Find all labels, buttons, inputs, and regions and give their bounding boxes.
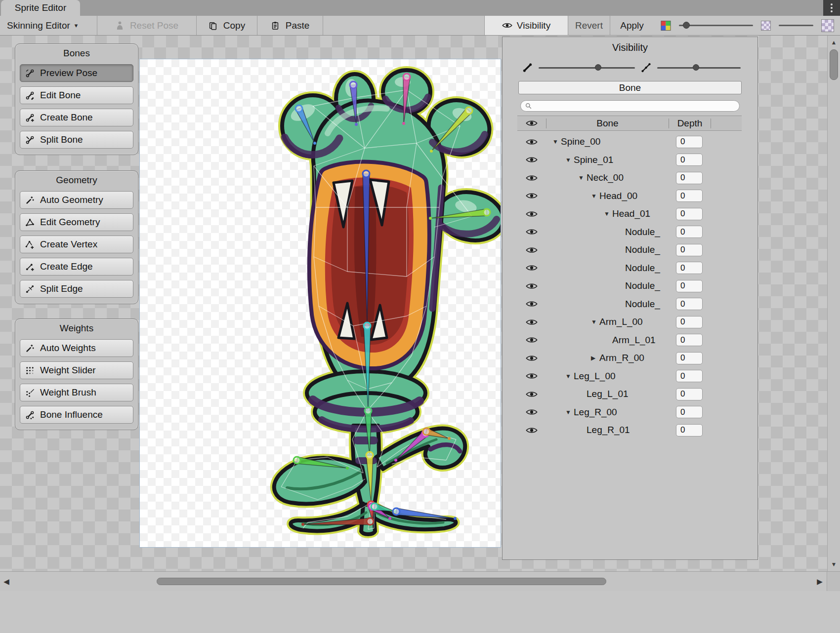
visibility-eye-toggle[interactable] [517, 336, 546, 344]
copy-button[interactable]: Copy [197, 16, 257, 35]
bone-row[interactable]: ▼Spine_01 [517, 151, 742, 169]
visibility-eye-toggle[interactable] [517, 156, 546, 163]
checker-swatch-icon[interactable] [821, 19, 834, 32]
weight-brush-button[interactable]: Weight Brush [20, 384, 133, 401]
visibility-eye-toggle[interactable] [517, 282, 546, 290]
bone-opacity-slider[interactable] [539, 67, 635, 69]
bone-row[interactable]: Nodule_ [517, 277, 742, 295]
sprite-canvas[interactable] [140, 59, 501, 547]
search-input[interactable] [539, 102, 735, 111]
preview-pose-button[interactable]: Preview Pose [20, 64, 133, 82]
weight-slider-button[interactable]: Weight Slider [20, 361, 133, 379]
bone-row[interactable]: ▼Head_01 [517, 205, 742, 223]
depth-input[interactable] [676, 388, 703, 400]
visibility-eye-toggle[interactable] [517, 372, 546, 380]
foldout-arrow-icon[interactable]: ▼ [565, 409, 574, 416]
depth-input[interactable] [676, 226, 703, 238]
reset-pose-button[interactable]: Reset Pose [97, 16, 196, 35]
slider-knob[interactable] [683, 22, 690, 29]
depth-input[interactable] [676, 136, 703, 148]
secondary-slider[interactable] [779, 25, 813, 26]
auto-weights-button[interactable]: Auto Weights [20, 339, 133, 357]
kebab-menu-icon[interactable] [823, 0, 840, 16]
horizontal-scrollbar[interactable]: ◀ ▶ [0, 571, 840, 591]
visibility-eye-toggle[interactable] [517, 192, 546, 199]
edit-bone-button[interactable]: Edit Bone [20, 86, 133, 104]
foldout-arrow-icon[interactable]: ▼ [591, 318, 599, 325]
depth-input[interactable] [676, 298, 703, 310]
vertical-scrollbar-thumb[interactable] [830, 49, 838, 80]
depth-input[interactable] [676, 244, 703, 256]
split-edge-button[interactable]: Split Edge [20, 280, 133, 298]
visibility-eye-toggle[interactable] [517, 318, 546, 326]
split-bone-button[interactable]: Split Bone [20, 131, 133, 149]
bone-row[interactable]: ▼Neck_00 [517, 169, 742, 187]
tab-sprite-editor[interactable]: Sprite Editor [1, 0, 80, 16]
visibility-eye-toggle[interactable] [517, 408, 546, 416]
scroll-right-button[interactable]: ▶ [813, 572, 826, 592]
bone-row[interactable]: Leg_R_01 [517, 421, 742, 439]
scroll-down-button[interactable]: ▼ [828, 558, 840, 570]
visibility-eye-toggle[interactable] [517, 355, 546, 362]
create-edge-button[interactable]: Create Edge [20, 258, 133, 276]
visibility-eye-toggle[interactable] [517, 391, 546, 398]
revert-button[interactable]: Revert [568, 16, 610, 35]
skinning-editor-dropdown[interactable]: Skinning Editor ▾ [0, 16, 97, 35]
bone-tab-button[interactable]: Bone [518, 81, 742, 94]
create-vertex-button[interactable]: Create Vertex [20, 236, 133, 253]
depth-input[interactable] [676, 316, 703, 328]
visibility-eye-toggle[interactable] [517, 427, 546, 434]
depth-input[interactable] [676, 172, 703, 184]
vertical-scrollbar[interactable]: ▲ ▼ [827, 36, 840, 571]
edit-geometry-button[interactable]: Edit Geometry [20, 213, 133, 231]
checker-swatch-icon[interactable] [761, 21, 771, 31]
horizontal-scrollbar-thumb[interactable] [157, 578, 606, 585]
visibility-eye-toggle[interactable] [517, 300, 546, 308]
opacity-slider[interactable] [679, 25, 753, 26]
bone-row[interactable]: Arm_L_01 [517, 331, 742, 350]
bone-row[interactable]: Leg_L_01 [517, 385, 742, 403]
depth-input[interactable] [676, 424, 703, 436]
bone-row[interactable]: ▼Spine_00 [517, 133, 742, 151]
bone-influence-button[interactable]: Bone Influence [20, 406, 133, 424]
create-bone-button[interactable]: Create Bone [20, 109, 133, 126]
depth-input[interactable] [676, 352, 703, 364]
foldout-arrow-icon[interactable]: ▼ [565, 157, 574, 163]
foldout-arrow-icon[interactable]: ▼ [552, 138, 561, 145]
depth-input[interactable] [676, 190, 703, 202]
paste-button[interactable]: Paste [257, 16, 323, 35]
visibility-toggle-button[interactable]: Visibility [484, 16, 568, 35]
depth-input[interactable] [676, 262, 703, 274]
depth-input[interactable] [676, 334, 703, 346]
bone-row[interactable]: ▶Arm_R_00 [517, 349, 742, 367]
bone-search-field[interactable] [520, 100, 740, 112]
bone-row[interactable]: ▼Leg_L_00 [517, 367, 742, 386]
depth-input[interactable] [676, 280, 703, 292]
depth-input[interactable] [676, 208, 703, 220]
foldout-arrow-icon[interactable]: ▶ [591, 355, 599, 361]
depth-input[interactable] [676, 154, 703, 166]
bone-row[interactable]: Nodule_ [517, 259, 742, 277]
bone-row[interactable]: ▼Leg_R_00 [517, 403, 742, 422]
bone-row[interactable]: Nodule_ [517, 241, 742, 259]
color-swatch-icon[interactable] [661, 20, 671, 32]
visibility-eye-toggle[interactable] [517, 138, 546, 146]
auto-geometry-button[interactable]: Auto Geometry [20, 191, 133, 209]
visibility-eye-toggle[interactable] [517, 228, 546, 236]
scroll-up-button[interactable]: ▲ [828, 37, 840, 48]
bone-size-slider[interactable] [657, 67, 741, 69]
visibility-eye-toggle[interactable] [517, 210, 546, 218]
visibility-eye-toggle[interactable] [517, 246, 546, 254]
depth-input[interactable] [676, 406, 703, 418]
slider-knob[interactable] [595, 64, 601, 71]
scroll-left-button[interactable]: ◀ [0, 572, 13, 592]
foldout-arrow-icon[interactable]: ▼ [578, 174, 587, 181]
visibility-eye-toggle[interactable] [517, 264, 546, 272]
foldout-arrow-icon[interactable]: ▼ [604, 210, 612, 217]
depth-input[interactable] [676, 370, 703, 382]
visibility-eye-toggle[interactable] [517, 174, 546, 182]
apply-button[interactable]: Apply [610, 16, 654, 35]
foldout-arrow-icon[interactable]: ▼ [565, 373, 574, 380]
bone-row[interactable]: ▼Head_00 [517, 187, 742, 205]
slider-knob[interactable] [693, 64, 699, 71]
